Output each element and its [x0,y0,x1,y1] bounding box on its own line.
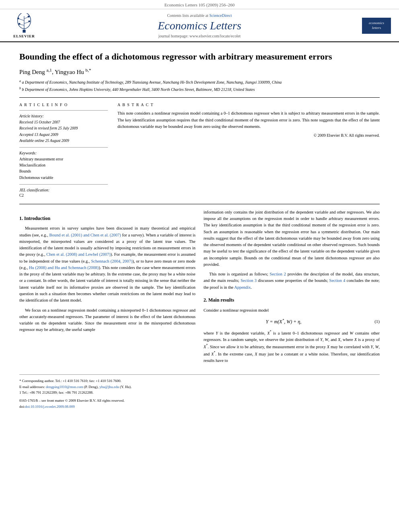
svg-point-8 [28,21,30,23]
elsevier-label: ELSEVIER [13,34,35,38]
section2-after-eq: where Y is the dependent variable, X* is… [204,329,380,364]
footer-notes: * Corresponding author. Tel.: +1 410 516… [19,378,380,395]
jel-code: C2 [19,193,108,197]
citation-text: Economics Letters 105 (2009) 256–260 [165,2,235,7]
equation-1: Y = m(X*, W) + η, [204,318,364,326]
section1-title: 1. Introduction [19,215,195,222]
link-appendix[interactable]: Appendix [234,285,251,290]
divider-before-body [19,204,380,204]
elsevier-tree-icon [12,13,36,33]
doi-link[interactable]: doi:10.1016/j.econlet.2009.08.009 [25,405,75,409]
svg-point-9 [28,16,30,18]
authors-line: Ping Deng a,1, Yingyao Hu b,* [19,68,380,76]
email-deng[interactable]: dengping1010@msn.com [46,385,83,389]
link-section2[interactable]: Section 2 [270,272,286,276]
article-info-left: A R T I C L E I N F O Article history: R… [19,103,108,197]
body-right-column: information only contains the joint dist… [204,209,380,367]
journal-header: ELSEVIER Contents lists available at Sci… [0,9,399,42]
abstract-text: This note considers a nonlinear regressi… [117,110,380,130]
section2-intro: Consider a nonlinear regression model [204,307,380,314]
intro-para-2: We focus on a nonlinear regression model… [19,307,195,333]
body-columns: 1. Introduction Measurement errors in su… [19,209,380,367]
affiliation-b: b b Department of Economics, Johns Hopki… [19,86,380,92]
affiliation-a: a a Department of Economics, Nanchang In… [19,79,380,85]
article-dates: Received 15 October 2007 Received in rev… [19,119,108,144]
divider-keywords [19,147,108,148]
svg-point-7 [17,17,19,19]
body-left-column: 1. Introduction Measurement errors in su… [19,209,195,367]
svg-line-5 [24,17,29,19]
footer-note1: 1 Tel.: +86 791 21262289; fax: +86 791 2… [19,390,380,395]
article-info-title: A R T I C L E I N F O [19,103,108,107]
keyword-3: Bounds [19,168,108,175]
article-container: Bounding the effect of a dichotomous reg… [0,51,399,367]
link-schennach2004[interactable]: Schennach (2004, 2007) [91,259,132,263]
keywords-label: Keywords: [19,151,108,155]
accepted-date: Accepted 13 August 2009 [19,132,108,138]
link-bound2001[interactable]: Bound et al. (2001) and Chen et al. (200… [49,233,121,237]
divider-after-affiliations [19,97,380,98]
footer-doi: 0165-1765/$ – see front matter © 2009 El… [19,398,380,409]
keyword-1: Arbitrary measurement error [19,156,108,162]
link-section3[interactable]: Section 3 [241,278,257,283]
available-online-date: Available online 25 August 2009 [19,138,108,144]
affiliations: a a Department of Economics, Nanchang In… [19,79,380,93]
citation-bar: Economics Letters 105 (2009) 256–260 [0,0,399,9]
received-date: Received 15 October 2007 [19,119,108,125]
abstract-title: A B S T R A C T [117,103,380,107]
page-footer: * Corresponding author. Tel.: +1 410 516… [19,374,380,413]
link-chen2008[interactable]: Chen et al. (2008) and Lewbel (2007) [46,252,111,257]
link-hu2008[interactable]: Hu (2008) and Hu and Schennach (2008) [29,265,99,270]
article-title: Bounding the effect of a dichotomous reg… [19,51,380,63]
section2-title: 2. Main results [204,296,380,304]
jel-label: JEL classification: [19,188,108,192]
footer-corr-author: * Corresponding author. Tel.: +1 410 516… [19,378,380,384]
divider-jel [19,184,108,185]
journal-badge: economics letters [359,18,391,33]
keyword-2: Misclassification [19,162,108,168]
elsevier-logo: ELSEVIER [8,13,40,38]
keywords-list: Arbitrary measurement error Misclassific… [19,156,108,181]
equation-1-row: Y = m(X*, W) + η, (1) [204,318,380,326]
keyword-4: Dichotomous variable [19,175,108,181]
journal-title: Economics Letters [40,19,359,32]
copyright: © 2009 Elsevier B.V. All rights reserved… [117,133,380,138]
divider-info [19,110,108,111]
economics-letters-badge: economics letters [362,18,391,33]
email-hu[interactable]: yhu@jhu.edu [99,385,119,389]
article-info-row: A R T I C L E I N F O Article history: R… [19,103,380,197]
sciencedirect-anchor[interactable]: ScienceDirect [209,13,232,18]
history-label: Article history: [19,114,108,118]
intro-para-1: Measurement errors in survey samples hav… [19,225,195,304]
right-para-2: This note is organized as follows; Secti… [204,271,380,291]
equation-1-number: (1) [364,318,380,325]
journal-center: Contents lists available at ScienceDirec… [40,13,359,38]
svg-point-10 [19,23,21,25]
svg-rect-0 [23,30,25,33]
link-section4[interactable]: Section 4 [329,278,346,283]
right-para-1: information only contains the joint dist… [204,209,380,268]
footer-emails: E-mail addresses: dengping1010@msn.com (… [19,384,380,390]
abstract-section: A B S T R A C T This note considers a no… [117,103,380,197]
svg-line-3 [19,19,24,21]
sciencedirect-link: Contents lists available at ScienceDirec… [40,13,359,18]
journal-homepage: journal homepage: www.elsevier.com/locat… [40,34,359,38]
revised-date: Received in revised form 25 July 2009 [19,125,108,131]
svg-line-6 [20,24,24,25]
